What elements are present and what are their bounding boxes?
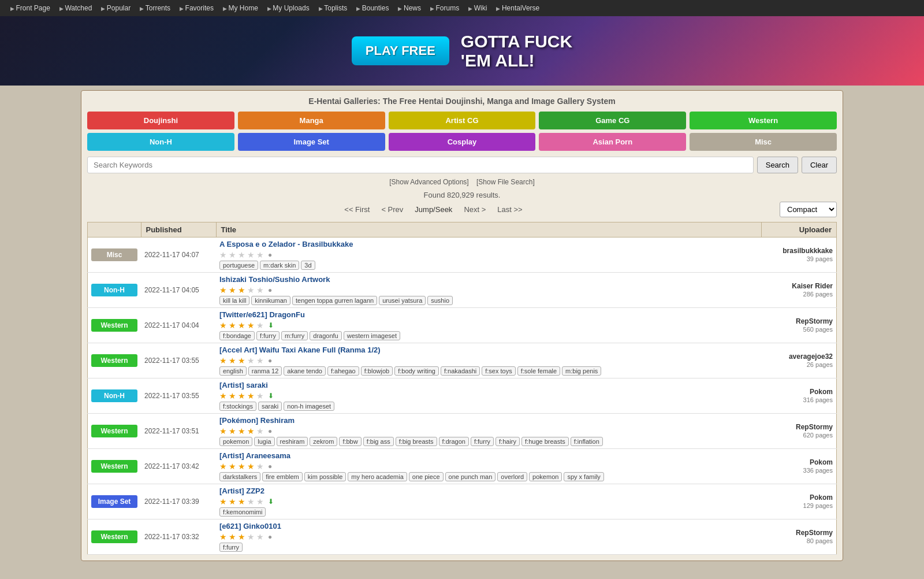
tag[interactable]: pokemon [219, 437, 252, 446]
row-category[interactable]: Non-H [88, 378, 141, 414]
star-filled[interactable]: ★ [229, 321, 236, 330]
download-icon[interactable]: ⬇ [268, 392, 274, 400]
star-filled[interactable]: ★ [219, 321, 227, 330]
nav-item-hentaiverse[interactable]: HentaiVerse [491, 4, 544, 12]
star-filled[interactable]: ★ [247, 391, 255, 400]
search-button[interactable]: Search [757, 157, 798, 173]
star-filled[interactable]: ★ [219, 285, 227, 295]
uploader-name[interactable]: Pokom [765, 458, 833, 466]
star-empty[interactable]: ★ [256, 391, 264, 400]
category-btn-misc[interactable]: Misc [690, 133, 837, 151]
tag[interactable]: f:hairy [495, 437, 520, 446]
uploader-name[interactable]: brasilbukkkake [765, 247, 833, 255]
star-empty[interactable]: ★ [247, 250, 255, 259]
download-icon[interactable]: ⬇ [268, 321, 274, 329]
tag[interactable]: f:huge breasts [521, 437, 569, 446]
star-empty[interactable]: ★ [256, 497, 264, 506]
category-btn-doujinshi[interactable]: Doujinshi [87, 112, 234, 129]
star-filled[interactable]: ★ [229, 391, 236, 400]
category-btn-manga[interactable]: Manga [238, 112, 385, 129]
uploader-name[interactable]: RepStormy [765, 317, 833, 325]
tag[interactable]: darkstalkers [219, 472, 260, 481]
first-page-link[interactable]: << First [344, 205, 370, 214]
star-empty[interactable]: ★ [219, 250, 227, 259]
nav-item-toplists[interactable]: Toplists [314, 4, 352, 12]
nav-item-torrents[interactable]: Torrents [135, 4, 175, 12]
uploader-name[interactable]: Pokom [765, 493, 833, 502]
view-mode-select[interactable]: MinimalCompactExtendedThumbnail [780, 202, 837, 217]
star-empty[interactable]: ★ [247, 497, 255, 506]
show-advanced-options-link[interactable]: [Show Advanced Options] [389, 178, 468, 186]
tag[interactable]: non-h imageset [284, 402, 334, 411]
next-page-link[interactable]: Next > [464, 205, 486, 214]
tag[interactable]: f:body writing [394, 366, 439, 376]
star-empty[interactable]: ★ [256, 250, 264, 259]
tag[interactable]: f:furry [256, 331, 280, 340]
star-filled[interactable]: ★ [219, 462, 227, 471]
nav-item-front-page[interactable]: Front Page [6, 4, 55, 12]
star-empty[interactable]: ★ [256, 285, 264, 295]
uploader-name[interactable]: RepStormy [765, 529, 833, 537]
star-filled[interactable]: ★ [219, 532, 227, 541]
clear-button[interactable]: Clear [802, 157, 837, 173]
row-category[interactable]: Western [88, 449, 141, 484]
star-empty[interactable]: ★ [247, 285, 255, 295]
nav-item-popular[interactable]: Popular [96, 4, 135, 12]
nav-item-favorites[interactable]: Favorites [175, 4, 218, 12]
tag[interactable]: pokemon [529, 472, 562, 481]
star-filled[interactable]: ★ [238, 426, 245, 436]
tag[interactable]: zekrom [310, 437, 337, 446]
advertisement-banner[interactable]: PLAY FREE GOTTA FUCK 'EM ALL! [0, 16, 924, 86]
tag[interactable]: reshiram [277, 437, 308, 446]
nav-item-forums[interactable]: Forums [426, 4, 464, 12]
star-filled[interactable]: ★ [238, 497, 245, 506]
tag[interactable]: f:dragon [439, 437, 469, 446]
tag[interactable]: 3d [301, 261, 315, 270]
search-input[interactable] [87, 157, 754, 173]
tag[interactable]: f:sole female [517, 366, 560, 376]
prev-page-link[interactable]: < Prev [381, 205, 403, 214]
row-category[interactable]: Western [88, 519, 141, 555]
star-filled[interactable]: ★ [229, 532, 236, 541]
category-btn-artist-cg[interactable]: Artist CG [389, 112, 536, 129]
star-filled[interactable]: ★ [238, 462, 245, 471]
category-btn-non-h[interactable]: Non-H [87, 133, 234, 151]
star-filled[interactable]: ★ [247, 462, 255, 471]
gallery-title-link[interactable]: [Twitter/e621] DragonFu [219, 310, 758, 319]
tag[interactable]: f:stockings [219, 402, 256, 411]
tag[interactable]: f:furry [219, 543, 243, 552]
star-empty[interactable]: ★ [247, 356, 255, 365]
star-filled[interactable]: ★ [219, 497, 227, 506]
star-filled[interactable]: ★ [229, 497, 236, 506]
star-empty[interactable]: ★ [256, 426, 264, 436]
uploader-name[interactable]: Kaiser Rider [765, 282, 833, 290]
category-btn-cosplay[interactable]: Cosplay [389, 133, 536, 151]
tag[interactable]: one punch man [445, 472, 496, 481]
gallery-title-link[interactable]: [Artist] ZZP2 [219, 487, 758, 495]
row-category[interactable]: Western [88, 343, 141, 378]
tag[interactable]: f:inflation [571, 437, 603, 446]
tag[interactable]: m:big penis [562, 366, 601, 376]
star-filled[interactable]: ★ [229, 285, 236, 295]
star-empty[interactable]: ★ [256, 321, 264, 330]
banner-play-button[interactable]: PLAY FREE [352, 36, 449, 65]
tag[interactable]: m:furry [281, 331, 308, 340]
tag[interactable]: f:blowjob [361, 366, 393, 376]
tag[interactable]: portuguese [219, 261, 258, 270]
star-empty[interactable]: ★ [256, 532, 264, 541]
tag[interactable]: f:big ass [363, 437, 394, 446]
row-category[interactable]: Western [88, 414, 141, 449]
star-filled[interactable]: ★ [247, 321, 255, 330]
tag[interactable]: spy x family [564, 472, 603, 481]
star-empty[interactable]: ★ [229, 250, 236, 259]
gallery-title-link[interactable]: [Accel Art] Waifu Taxi Akane Full (Ranma… [219, 346, 758, 354]
star-filled[interactable]: ★ [229, 356, 236, 365]
row-category[interactable]: Misc [88, 237, 141, 273]
last-page-link[interactable]: Last >> [497, 205, 522, 214]
nav-item-wiki[interactable]: Wiki [464, 4, 491, 12]
tag[interactable]: akane tendo [284, 366, 326, 376]
nav-item-watched[interactable]: Watched [55, 4, 96, 12]
tag[interactable]: urusei yatsura [379, 296, 426, 305]
tag[interactable]: ranma 12 [248, 366, 282, 376]
row-category[interactable]: Image Set [88, 484, 141, 519]
